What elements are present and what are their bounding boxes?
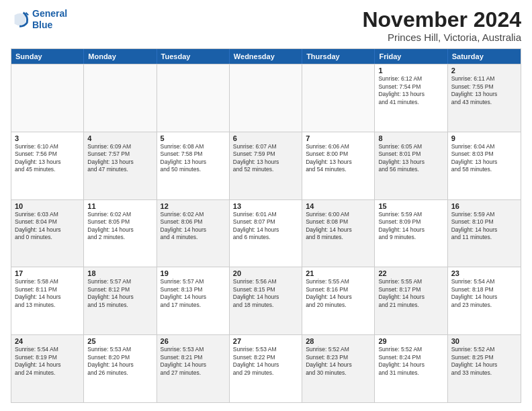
day-info: Sunrise: 5:54 AM Sunset: 8:18 PM Dayligh… xyxy=(451,278,517,309)
day-number: 4 xyxy=(87,134,152,142)
header: General Blue November 2024 Princes Hill,… xyxy=(11,8,521,43)
day-info: Sunrise: 6:00 AM Sunset: 8:08 PM Dayligh… xyxy=(306,211,371,242)
calendar-week-5: 24Sunrise: 5:54 AM Sunset: 8:19 PM Dayli… xyxy=(11,334,521,402)
day-info: Sunrise: 5:52 AM Sunset: 8:24 PM Dayligh… xyxy=(378,346,443,377)
weekday-header-tuesday: Tuesday xyxy=(157,49,230,64)
day-info: Sunrise: 6:02 AM Sunset: 8:05 PM Dayligh… xyxy=(87,211,152,242)
calendar-cell: 28Sunrise: 5:52 AM Sunset: 8:23 PM Dayli… xyxy=(302,335,375,402)
day-number: 9 xyxy=(451,134,517,142)
day-number: 11 xyxy=(87,202,152,210)
day-number: 14 xyxy=(306,202,371,210)
day-info: Sunrise: 6:08 AM Sunset: 7:58 PM Dayligh… xyxy=(161,143,226,174)
calendar-cell: 19Sunrise: 5:57 AM Sunset: 8:13 PM Dayli… xyxy=(157,267,230,334)
day-info: Sunrise: 5:56 AM Sunset: 8:15 PM Dayligh… xyxy=(233,278,298,309)
page-title: November 2024 xyxy=(362,8,521,32)
day-number: 6 xyxy=(233,134,298,142)
day-number: 10 xyxy=(15,202,80,210)
weekday-header-thursday: Thursday xyxy=(302,49,375,64)
calendar-cell: 18Sunrise: 5:57 AM Sunset: 8:12 PM Dayli… xyxy=(84,267,157,334)
calendar-cell: 5Sunrise: 6:08 AM Sunset: 7:58 PM Daylig… xyxy=(157,132,230,199)
calendar-cell: 26Sunrise: 5:53 AM Sunset: 8:21 PM Dayli… xyxy=(157,335,230,402)
day-info: Sunrise: 5:53 AM Sunset: 8:20 PM Dayligh… xyxy=(87,346,152,377)
calendar: SundayMondayTuesdayWednesdayThursdayFrid… xyxy=(11,48,521,403)
calendar-cell: 23Sunrise: 5:54 AM Sunset: 8:18 PM Dayli… xyxy=(448,267,521,334)
day-number: 22 xyxy=(378,269,443,277)
day-number: 7 xyxy=(306,134,371,142)
day-info: Sunrise: 5:59 AM Sunset: 8:10 PM Dayligh… xyxy=(451,211,517,242)
calendar-cell: 17Sunrise: 5:58 AM Sunset: 8:11 PM Dayli… xyxy=(11,267,84,334)
day-number: 19 xyxy=(161,269,226,277)
calendar-cell: 13Sunrise: 6:01 AM Sunset: 8:07 PM Dayli… xyxy=(230,200,302,267)
logo-icon xyxy=(11,10,30,29)
page-subtitle: Princes Hill, Victoria, Australia xyxy=(362,32,521,43)
day-number: 29 xyxy=(378,337,443,345)
weekday-header-monday: Monday xyxy=(84,49,157,64)
calendar-cell: 4Sunrise: 6:09 AM Sunset: 7:57 PM Daylig… xyxy=(84,132,157,199)
calendar-cell: 6Sunrise: 6:07 AM Sunset: 7:59 PM Daylig… xyxy=(230,132,302,199)
day-number: 2 xyxy=(451,66,517,75)
day-info: Sunrise: 5:55 AM Sunset: 8:17 PM Dayligh… xyxy=(378,278,443,309)
day-number: 28 xyxy=(306,337,371,345)
weekday-header-saturday: Saturday xyxy=(448,49,521,64)
day-info: Sunrise: 5:57 AM Sunset: 8:13 PM Dayligh… xyxy=(161,278,226,309)
calendar-cell xyxy=(230,64,302,132)
day-info: Sunrise: 5:55 AM Sunset: 8:16 PM Dayligh… xyxy=(306,278,371,309)
calendar-cell: 27Sunrise: 5:53 AM Sunset: 8:22 PM Dayli… xyxy=(230,335,302,402)
title-block: November 2024 Princes Hill, Victoria, Au… xyxy=(362,8,521,43)
calendar-cell: 7Sunrise: 6:06 AM Sunset: 8:00 PM Daylig… xyxy=(302,132,375,199)
weekday-header-wednesday: Wednesday xyxy=(230,49,302,64)
day-number: 12 xyxy=(161,202,226,210)
calendar-cell: 30Sunrise: 5:52 AM Sunset: 8:25 PM Dayli… xyxy=(448,335,521,402)
day-info: Sunrise: 5:52 AM Sunset: 8:25 PM Dayligh… xyxy=(451,346,517,377)
day-number: 21 xyxy=(306,269,371,277)
calendar-cell: 12Sunrise: 6:02 AM Sunset: 8:06 PM Dayli… xyxy=(157,200,230,267)
day-info: Sunrise: 6:06 AM Sunset: 8:00 PM Dayligh… xyxy=(306,143,371,174)
day-info: Sunrise: 6:05 AM Sunset: 8:01 PM Dayligh… xyxy=(378,143,443,174)
calendar-cell xyxy=(302,64,375,132)
weekday-header-sunday: Sunday xyxy=(11,49,84,64)
day-info: Sunrise: 5:53 AM Sunset: 8:21 PM Dayligh… xyxy=(161,346,226,377)
day-info: Sunrise: 5:57 AM Sunset: 8:12 PM Dayligh… xyxy=(87,278,152,309)
day-info: Sunrise: 6:12 AM Sunset: 7:54 PM Dayligh… xyxy=(378,75,443,106)
day-info: Sunrise: 5:52 AM Sunset: 8:23 PM Dayligh… xyxy=(306,346,371,377)
calendar-cell: 10Sunrise: 6:03 AM Sunset: 8:04 PM Dayli… xyxy=(11,200,84,267)
logo-text: General Blue xyxy=(32,8,67,31)
day-info: Sunrise: 6:11 AM Sunset: 7:55 PM Dayligh… xyxy=(451,75,517,106)
day-info: Sunrise: 5:58 AM Sunset: 8:11 PM Dayligh… xyxy=(15,278,80,309)
calendar-cell: 21Sunrise: 5:55 AM Sunset: 8:16 PM Dayli… xyxy=(302,267,375,334)
calendar-week-3: 10Sunrise: 6:03 AM Sunset: 8:04 PM Dayli… xyxy=(11,199,521,267)
day-number: 20 xyxy=(233,269,298,277)
calendar-cell xyxy=(84,64,157,132)
calendar-week-4: 17Sunrise: 5:58 AM Sunset: 8:11 PM Dayli… xyxy=(11,267,521,334)
calendar-cell: 16Sunrise: 5:59 AM Sunset: 8:10 PM Dayli… xyxy=(448,200,521,267)
day-info: Sunrise: 6:04 AM Sunset: 8:03 PM Dayligh… xyxy=(451,143,517,174)
day-info: Sunrise: 6:07 AM Sunset: 7:59 PM Dayligh… xyxy=(233,143,298,174)
day-number: 26 xyxy=(161,337,226,345)
calendar-week-1: 1Sunrise: 6:12 AM Sunset: 7:54 PM Daylig… xyxy=(11,64,521,132)
day-info: Sunrise: 6:02 AM Sunset: 8:06 PM Dayligh… xyxy=(161,211,226,242)
calendar-cell xyxy=(11,64,84,132)
logo-line2: Blue xyxy=(32,19,52,30)
day-number: 18 xyxy=(87,269,152,277)
calendar-cell: 11Sunrise: 6:02 AM Sunset: 8:05 PM Dayli… xyxy=(84,200,157,267)
calendar-cell: 15Sunrise: 5:59 AM Sunset: 8:09 PM Dayli… xyxy=(375,200,447,267)
day-number: 8 xyxy=(378,134,443,142)
day-number: 5 xyxy=(161,134,226,142)
day-number: 16 xyxy=(451,202,517,210)
day-info: Sunrise: 6:03 AM Sunset: 8:04 PM Dayligh… xyxy=(15,211,80,242)
logo: General Blue xyxy=(11,8,67,31)
day-info: Sunrise: 5:53 AM Sunset: 8:22 PM Dayligh… xyxy=(233,346,298,377)
calendar-cell xyxy=(157,64,230,132)
calendar-cell: 20Sunrise: 5:56 AM Sunset: 8:15 PM Dayli… xyxy=(230,267,302,334)
day-number: 24 xyxy=(15,337,80,345)
day-number: 25 xyxy=(87,337,152,345)
day-number: 1 xyxy=(378,66,443,75)
day-number: 30 xyxy=(451,337,517,345)
calendar-body: 1Sunrise: 6:12 AM Sunset: 7:54 PM Daylig… xyxy=(11,64,521,402)
day-number: 13 xyxy=(233,202,298,210)
calendar-cell: 24Sunrise: 5:54 AM Sunset: 8:19 PM Dayli… xyxy=(11,335,84,402)
day-info: Sunrise: 5:59 AM Sunset: 8:09 PM Dayligh… xyxy=(378,211,443,242)
day-number: 17 xyxy=(15,269,80,277)
calendar-cell: 25Sunrise: 5:53 AM Sunset: 8:20 PM Dayli… xyxy=(84,335,157,402)
day-info: Sunrise: 6:01 AM Sunset: 8:07 PM Dayligh… xyxy=(233,211,298,242)
